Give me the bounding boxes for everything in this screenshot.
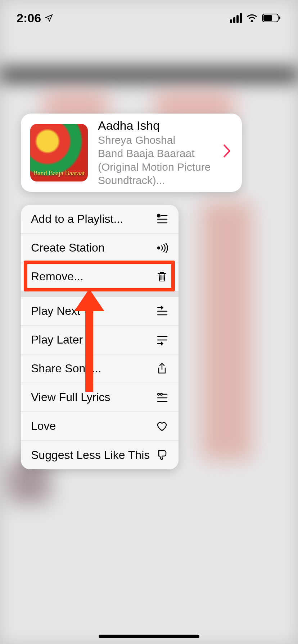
thumbs-down-icon: [155, 448, 168, 461]
wifi-icon: [246, 14, 258, 22]
context-menu: Add to a Playlist... Create Station Remo…: [21, 205, 179, 469]
add-to-playlist-icon: [155, 213, 168, 226]
status-left: 2:06: [17, 11, 53, 25]
menu-item-label: Share Song...: [31, 362, 101, 375]
song-title: Aadha Ishq: [98, 119, 213, 133]
trash-icon: [155, 270, 168, 283]
song-artist: Shreya Ghoshal: [98, 133, 213, 147]
album-art: [30, 124, 88, 181]
song-album: Band Baaja Baaraat (Original Motion Pict…: [98, 147, 213, 187]
menu-item-label: Create Station: [31, 241, 105, 254]
menu-add-to-playlist[interactable]: Add to a Playlist...: [21, 205, 179, 234]
menu-item-label: Suggest Less Like This: [31, 448, 150, 462]
menu-suggest-less[interactable]: Suggest Less Like This: [21, 441, 179, 469]
blur-shape: [202, 201, 252, 460]
song-card[interactable]: Aadha Ishq Shreya Ghoshal Band Baaja Baa…: [21, 114, 242, 192]
chevron-right-icon: [223, 144, 232, 162]
menu-item-label: Play Next: [31, 304, 80, 318]
menu-item-label: Play Later: [31, 333, 83, 346]
home-indicator[interactable]: [99, 635, 199, 638]
status-time: 2:06: [17, 11, 41, 25]
menu-play-next[interactable]: Play Next: [21, 297, 179, 326]
svg-point-8: [158, 247, 160, 249]
svg-point-0: [251, 20, 253, 22]
menu-item-label: Add to a Playlist...: [31, 212, 123, 226]
svg-rect-3: [279, 17, 280, 19]
menu-item-label: Love: [31, 419, 56, 433]
menu-love[interactable]: Love: [21, 412, 179, 441]
menu-separator: [21, 291, 179, 297]
status-bar: 2:06: [0, 0, 298, 36]
location-icon: [45, 11, 53, 25]
status-right: [230, 13, 281, 23]
song-text: Aadha Ishq Shreya Ghoshal Band Baaja Baa…: [98, 119, 213, 187]
lyrics-icon: [155, 391, 168, 404]
menu-item-label: Remove...: [31, 270, 83, 283]
svg-rect-2: [263, 15, 272, 21]
menu-play-later[interactable]: Play Later: [21, 326, 179, 354]
share-icon: [155, 362, 168, 375]
play-next-icon: [155, 305, 168, 318]
battery-icon: [262, 13, 281, 23]
menu-share-song[interactable]: Share Song...: [21, 354, 179, 383]
menu-create-station[interactable]: Create Station: [21, 234, 179, 262]
cellular-signal-icon: [230, 13, 242, 23]
menu-remove[interactable]: Remove...: [21, 262, 179, 291]
broadcast-icon: [155, 242, 168, 254]
play-later-icon: [155, 334, 168, 346]
heart-icon: [155, 420, 168, 433]
menu-item-label: View Full Lyrics: [31, 391, 110, 404]
menu-view-lyrics[interactable]: View Full Lyrics: [21, 383, 179, 412]
